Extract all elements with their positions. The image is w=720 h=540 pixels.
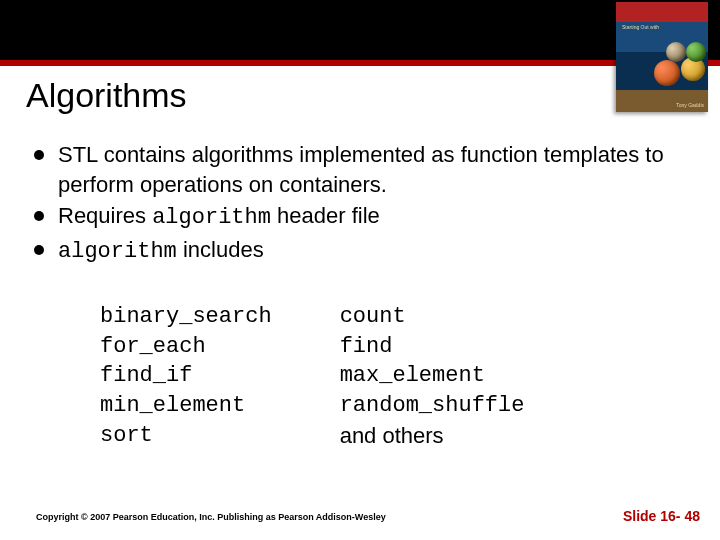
book-cover-image: Starting Out with Tony Gaddis xyxy=(616,2,708,112)
algo-name: find xyxy=(340,332,525,362)
algo-name: min_element xyxy=(100,391,272,421)
bullet-text: STL contains algorithms implemented as f… xyxy=(58,142,664,197)
slide-title: Algorithms xyxy=(26,76,187,115)
cover-ball xyxy=(686,42,706,62)
bullet-item: algorithm includes xyxy=(30,235,690,267)
algo-name: max_element xyxy=(340,361,525,391)
red-strip xyxy=(0,60,720,66)
algo-column-left: binary_search for_each find_if min_eleme… xyxy=(100,302,272,450)
slide-number: Slide 16- 48 xyxy=(623,508,700,524)
algo-name: for_each xyxy=(100,332,272,362)
slide-body: STL contains algorithms implemented as f… xyxy=(30,140,690,269)
algo-name: sort xyxy=(100,421,272,451)
bullet-list: STL contains algorithms implemented as f… xyxy=(30,140,690,267)
code-text: algorithm xyxy=(152,205,271,230)
bullet-item: STL contains algorithms implemented as f… xyxy=(30,140,690,199)
bullet-text: includes xyxy=(177,237,264,262)
bullet-text: header file xyxy=(271,203,380,228)
bullet-item: Requires algorithm header file xyxy=(30,201,690,233)
algo-text: and others xyxy=(340,421,525,451)
algorithm-table: binary_search for_each find_if min_eleme… xyxy=(100,302,524,450)
cover-ball xyxy=(666,42,686,62)
algo-column-right: count find max_element random_shuffle an… xyxy=(340,302,525,450)
algo-name: binary_search xyxy=(100,302,272,332)
bullet-text: Requires xyxy=(58,203,152,228)
algo-name: count xyxy=(340,302,525,332)
cover-text-top: Starting Out with xyxy=(622,24,659,30)
algo-name: random_shuffle xyxy=(340,391,525,421)
algo-name: find_if xyxy=(100,361,272,391)
cover-text-author: Tony Gaddis xyxy=(676,102,704,108)
cover-ball xyxy=(654,60,680,86)
code-text: algorithm xyxy=(58,239,177,264)
header-bar xyxy=(0,0,720,60)
copyright-text: Copyright © 2007 Pearson Education, Inc.… xyxy=(36,512,386,522)
